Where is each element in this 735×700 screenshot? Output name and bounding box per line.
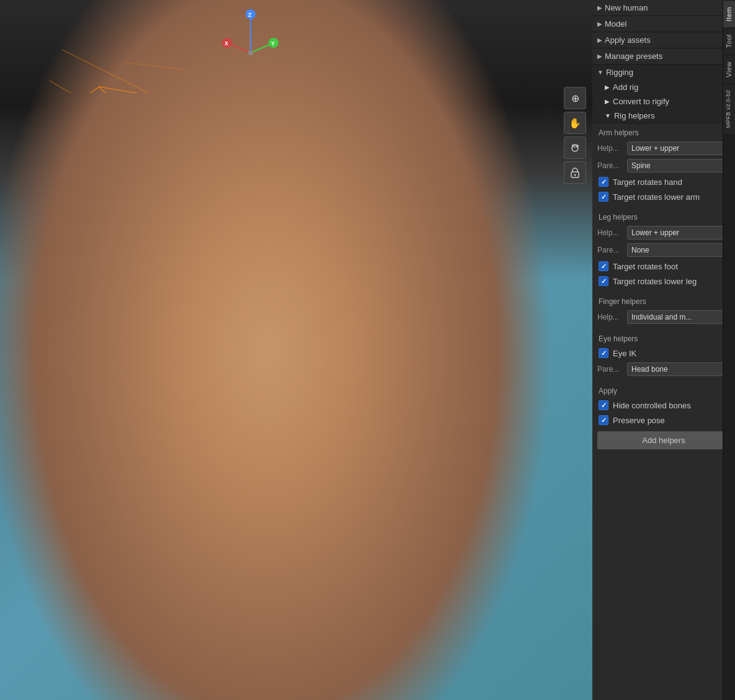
side-tabs: Item Tool View MPFB v2.0-b2 [723,0,735,700]
zoom-tool[interactable]: ⊕ [564,87,586,109]
target-rotates-foot-row[interactable]: Target rotates foot [592,259,735,274]
arm-pare-label: Pare... [597,161,625,170]
apply-section-label: Apply [592,382,735,398]
mpfb-tab[interactable]: MPFB v2.0-b2 [723,83,735,134]
apply-assets-arrow: ▶ [597,37,602,43]
arm-help-select[interactable]: Lower + upper Lower only Upper only None [627,141,730,155]
manage-presets-label: Manage presets [605,52,662,61]
eye-pare-row: Pare... Head bone None Spine [592,361,735,378]
rig-helpers-arrow: ▼ [605,112,611,119]
target-rotates-hand-row[interactable]: Target rotates hand [592,174,735,189]
rig-helpers-content: Arm helpers Help... Lower + upper Lower … [592,123,735,455]
model-arrow: ▶ [597,20,602,27]
gizmo-svg: Z Y X [213,9,288,65]
apply-assets-label: Apply assets [605,35,651,45]
rig-helpers-row[interactable]: ▼ Rig helpers [592,109,735,123]
svg-point-61 [574,174,576,176]
target-rotates-lower-leg-checkbox[interactable] [599,276,608,286]
lock-icon [570,167,580,178]
eye-helpers-label: Eye helpers [592,330,735,346]
move-tool[interactable]: ✋ [564,112,586,134]
arm-help-row: Help... Lower + upper Lower only Upper o… [592,140,735,157]
leg-help-select-wrap: Lower + upper Lower only Upper only None [627,226,730,240]
apply-assets-section: ▶ Apply assets ⋯ [592,32,735,48]
target-rotates-hand-checkbox[interactable] [599,177,608,187]
face-render [0,0,592,700]
eye-pare-select[interactable]: Head bone None Spine [627,362,730,376]
target-rotates-lower-leg-row[interactable]: Target rotates lower leg [592,274,735,289]
manage-presets-section: ▶ Manage presets ⋯ [592,48,735,65]
svg-text:Z: Z [248,12,252,18]
eye-ik-checkbox[interactable] [599,348,608,358]
rigging-section: ▼ Rigging ⋯ ▶ Add rig ▶ Convert to rigif… [592,65,735,123]
target-rotates-lower-arm-checkbox[interactable] [599,192,608,202]
model-section: ▶ Model ⋯ [592,16,735,32]
view-tab[interactable]: View [723,55,735,84]
convert-to-rigify-row[interactable]: ▶ Convert to rigify [592,94,735,109]
finger-help-select-wrap: Individual and m... Individual only None [627,310,730,324]
convert-label: Convert to rigify [613,97,669,106]
svg-point-56 [248,50,253,55]
target-rotates-foot-checkbox[interactable] [599,261,608,271]
leg-help-select[interactable]: Lower + upper Lower only Upper only None [627,226,730,240]
new-human-label: New human [605,3,648,12]
eye-pare-label: Pare... [597,365,625,374]
hide-controlled-bones-checkbox[interactable] [599,400,608,410]
preserve-pose-label: Preserve pose [613,416,665,425]
target-rotates-lower-leg-label: Target rotates lower leg [613,277,697,286]
viewport: Z Y X ⊕ ✋ [0,0,592,700]
new-human-section: ▶ New human ⋯ [592,0,735,16]
new-human-row[interactable]: ▶ New human ⋯ [592,0,735,16]
arm-pare-select[interactable]: Spine None Head bone [627,159,730,173]
svg-rect-59 [577,145,579,146]
finger-help-label: Help... [597,313,625,321]
finger-help-row: Help... Individual and m... Individual o… [592,308,735,326]
right-panel-wrapper: ▶ New human ⋯ ▶ Model ⋯ ▶ Apply assets ⋯ [592,0,735,700]
rig-helpers-label: Rig helpers [614,111,655,120]
svg-text:X: X [225,40,228,47]
add-rig-row[interactable]: ▶ Add rig [592,80,735,94]
leg-pare-select-wrap: None Spine Head bone [627,243,730,257]
leg-helpers-label: Leg helpers [592,208,735,224]
rigging-label: Rigging [606,68,633,77]
manage-presets-arrow: ▶ [597,53,602,60]
arm-help-select-wrap: Lower + upper Lower only Upper only None [627,141,730,155]
preserve-pose-checkbox[interactable] [599,415,608,425]
target-rotates-lower-arm-row[interactable]: Target rotates lower arm [592,189,735,204]
arm-pare-select-wrap: Spine None Head bone [627,159,730,173]
hide-controlled-bones-row[interactable]: Hide controlled bones [592,398,735,413]
main-panel: ▶ New human ⋯ ▶ Model ⋯ ▶ Apply assets ⋯ [592,0,735,700]
item-tab[interactable]: Item [723,0,735,27]
arm-pare-row: Pare... Spine None Head bone [592,157,735,174]
manage-presets-row[interactable]: ▶ Manage presets ⋯ [592,48,735,64]
hide-controlled-bones-label: Hide controlled bones [613,401,691,410]
add-helpers-button[interactable]: Add helpers [597,431,730,449]
camera-tool[interactable] [564,137,586,159]
eye-pare-select-wrap: Head bone None Spine [627,362,730,376]
leg-help-row: Help... Lower + upper Lower only Upper o… [592,224,735,241]
leg-help-label: Help... [597,228,625,237]
apply-assets-row[interactable]: ▶ Apply assets ⋯ [592,32,735,48]
model-label: Model [605,19,626,29]
transform-gizmo[interactable]: Z Y X [213,9,288,67]
target-rotates-hand-label: Target rotates hand [613,177,682,187]
leg-pare-select[interactable]: None Spine Head bone [627,243,730,257]
svg-line-53 [229,43,251,53]
model-row[interactable]: ▶ Model ⋯ [592,16,735,32]
leg-pare-label: Pare... [597,246,625,254]
eye-ik-row[interactable]: Eye IK [592,346,735,361]
add-rig-arrow: ▶ [605,84,610,91]
target-rotates-foot-label: Target rotates foot [613,262,678,271]
arm-helpers-label: Arm helpers [592,123,735,140]
arm-help-label: Help... [597,144,625,153]
preserve-pose-row[interactable]: Preserve pose [592,413,735,428]
finger-help-select[interactable]: Individual and m... Individual only None [627,310,730,324]
lock-tool[interactable] [564,161,586,184]
finger-helpers-label: Finger helpers [592,292,735,308]
rigging-arrow: ▼ [597,69,604,76]
new-human-arrow: ▶ [597,4,602,11]
svg-text:Y: Y [271,40,275,47]
eye-ik-label: Eye IK [613,349,636,358]
rigging-row[interactable]: ▼ Rigging ⋯ [592,65,735,80]
tool-tab[interactable]: Tool [723,27,735,54]
